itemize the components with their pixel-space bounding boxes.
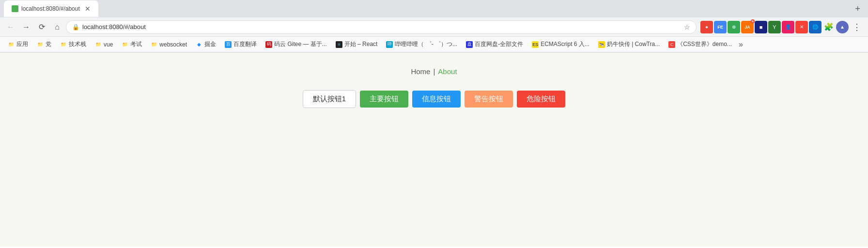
reload-button[interactable]: ⟳ [35,20,48,34]
active-tab[interactable]: localhost:8080/#/about ✕ [4,0,98,17]
bookmark-baidu-translate[interactable]: 百 百度翻译 [221,39,261,50]
bookmark-cowtransfer-label: 奶牛快传 | CowTra... [607,40,660,48]
forward-button[interactable]: → [19,20,33,34]
bookmark-baidupan[interactable]: 盘 百度网盘-全部文件 [462,39,527,50]
bookmark-exam[interactable]: 📁 考试 [118,39,146,50]
gitee-icon: 码 [265,41,272,48]
back-button[interactable]: ← [4,20,17,34]
url-text: localhost:8080/#/about [82,23,681,31]
nav-bar: ← → ⟳ ⌂ 🔒 localhost:8080/#/about ☆ ● FE … [0,17,868,37]
bookmark-party[interactable]: 📁 党 [33,39,55,50]
bookmark-party-label: 党 [46,40,51,48]
bookmark-cssworld-label: 《CSS世界》demo... [677,40,732,48]
primary-button[interactable]: 主要按钮 [360,91,408,108]
extension-icons: ● FE ⊕ JA N ■ Y 👤 ✕ 🌐 🧩 ▲ ⋮ [700,20,864,34]
party-icon: 📁 [37,41,44,48]
baidu-translate-icon: 百 [225,41,232,48]
cssworld-icon: C [668,41,675,48]
tab-title: localhost:8080/#/about [21,5,80,12]
bookmark-react[interactable]: ⚛ 开始 – React [332,39,382,50]
home-button[interactable]: ⌂ [50,20,64,34]
bookmark-bilibili-label: 哔哩哔哩（ ゜- ゜）つ... [395,40,457,48]
bookmark-ecmascript-label: ECMAScript 6 入... [541,40,589,48]
new-tab-button[interactable]: + [851,4,864,14]
apps-icon: 📁 [8,41,15,48]
bookmark-websocket[interactable]: 📁 websocket [147,39,191,50]
ecmascript-icon: ES [532,41,539,48]
tab-close-button[interactable]: ✕ [85,5,91,13]
bilibili-icon: 哔 [386,41,393,48]
home-link[interactable]: Home [411,67,430,76]
bookmarks-more-button[interactable]: » [737,40,745,49]
avatar-initials: ▲ [840,24,845,30]
bookmark-apps[interactable]: 📁 应用 [4,39,32,50]
info-button[interactable]: 信息按钮 [412,91,461,108]
nav-separator: | [433,67,435,76]
ext-icon-2[interactable]: FE [714,21,727,33]
lock-icon: 🔒 [72,24,79,31]
baidupan-icon: 盘 [466,41,473,48]
websocket-icon: 📁 [151,41,157,48]
default-button[interactable]: 默认按钮1 [303,90,356,108]
bookmark-bilibili[interactable]: 哔 哔哩哔哩（ ゜- ゜）つ... [382,39,461,50]
bookmark-star-icon[interactable]: ☆ [684,23,690,31]
exam-icon: 📁 [122,41,128,48]
ext-icon-1[interactable]: ● [700,21,713,33]
chrome-menu-button[interactable]: ⋮ [850,20,864,34]
nav-links: Home | About [411,67,457,76]
cowtransfer-icon: 🐄 [598,41,605,48]
user-avatar[interactable]: ▲ [836,21,849,33]
bookmark-exam-label: 考试 [130,40,142,48]
bookmark-juejin[interactable]: ◆ 掘金 [192,39,220,50]
ext-icon-8[interactable]: ✕ [795,21,808,33]
bookmark-apps-label: 应用 [16,40,28,48]
bookmark-gitee-label: 码云 Gitee — 基于... [274,40,327,48]
ext-icon-7[interactable]: 👤 [782,21,794,33]
bookmark-react-label: 开始 – React [344,40,378,48]
bookmark-gitee[interactable]: 码 码云 Gitee — 基于... [262,39,331,50]
warning-button[interactable]: 警告按钮 [465,91,513,108]
tab-favicon [12,5,18,12]
bookmark-cowtransfer[interactable]: 🐄 奶牛快传 | CowTra... [594,39,664,50]
page-content: Home | About 默认按钮1 主要按钮 信息按钮 警告按钮 危险按钮 [0,53,868,247]
tab-bar: localhost:8080/#/about ✕ + [0,0,868,17]
bookmarks-bar: 📁 应用 📁 党 📁 技术栈 📁 vue 📁 考试 📁 websocket ◆ … [0,37,868,52]
bookmark-cssworld[interactable]: C 《CSS世界》demo... [665,39,736,50]
danger-button[interactable]: 危险按钮 [517,91,565,108]
bookmark-ecmascript[interactable]: ES ECMAScript 6 入... [528,39,593,50]
react-icon: ⚛ [336,41,342,48]
ext-icon-6[interactable]: Y [768,21,781,33]
techstack-icon: 📁 [60,41,67,48]
bookmark-vue[interactable]: 📁 vue [91,39,117,50]
bookmark-vue-label: vue [104,41,113,48]
ext-icon-10[interactable]: 🧩 [822,21,835,33]
bookmark-baidupan-label: 百度网盘-全部文件 [475,40,523,48]
bookmark-techstack-label: 技术栈 [69,40,86,48]
ext-icon-9[interactable]: 🌐 [809,21,822,33]
bookmark-techstack[interactable]: 📁 技术栈 [56,39,90,50]
ext-icon-4[interactable]: JA N [741,21,754,33]
juejin-icon: ◆ [196,41,202,48]
bookmark-baidu-translate-label: 百度翻译 [233,40,257,48]
bookmark-websocket-label: websocket [159,41,187,48]
ext-icon-5[interactable]: ■ [755,21,767,33]
ext-icon-3[interactable]: ⊕ [728,21,740,33]
vue-icon: 📁 [95,41,102,48]
bookmark-juejin-label: 掘金 [204,40,216,48]
browser-chrome: localhost:8080/#/about ✕ + ← → ⟳ ⌂ 🔒 loc… [0,0,868,53]
buttons-row: 默认按钮1 主要按钮 信息按钮 警告按钮 危险按钮 [303,90,565,108]
about-link[interactable]: About [438,67,457,76]
address-bar[interactable]: 🔒 localhost:8080/#/about ☆ [66,20,697,34]
